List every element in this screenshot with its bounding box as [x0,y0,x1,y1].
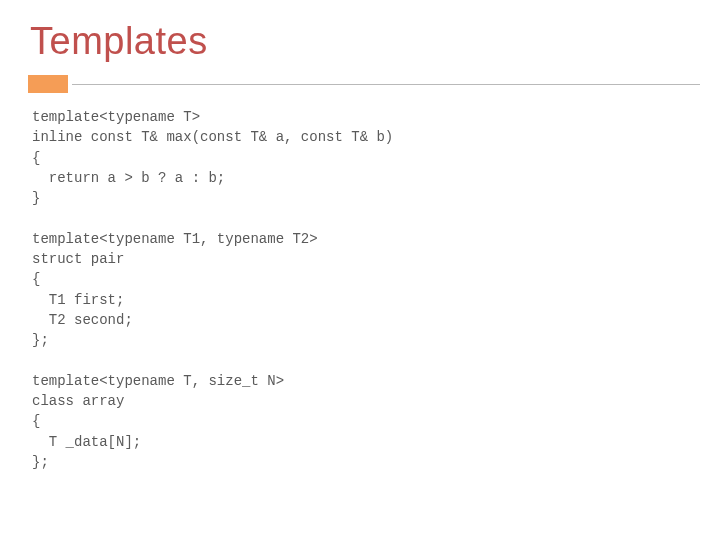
accent-block [28,75,68,93]
slide-title: Templates [30,20,700,63]
slide-container: Templates template<typename T> inline co… [0,0,728,546]
divider [28,75,700,93]
divider-line [72,84,700,85]
code-snippet: template<typename T> inline const T& max… [32,107,700,472]
